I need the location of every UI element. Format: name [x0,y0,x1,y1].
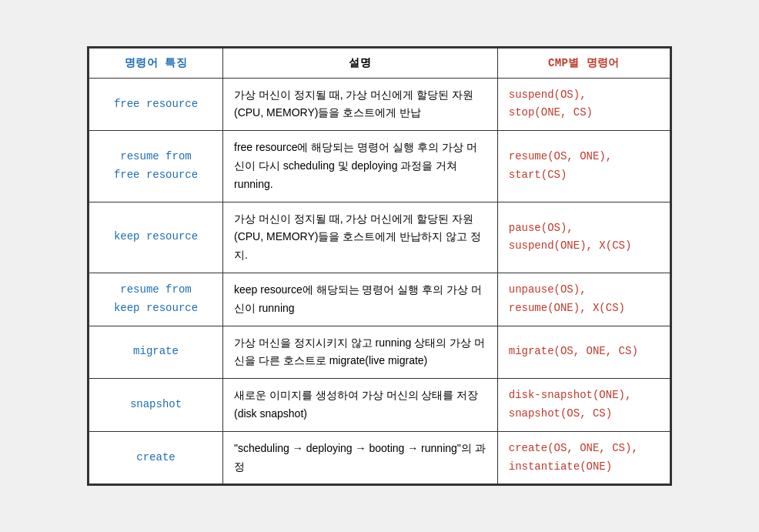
cell-description: 가상 머신을 정지시키지 않고 running 상태의 가상 머신을 다른 호스… [223,326,498,379]
header-description: 설명 [223,48,498,78]
cell-description: free resource에 해당되는 명령어 실행 후의 가상 머신이 다시 … [223,131,498,202]
cell-cmp-command: resume(OS, ONE),start(CS) [497,131,670,202]
table-row: create"scheduling → deploying → booting … [89,431,670,484]
cell-description: 새로운 이미지를 생성하여 가상 머신의 상태를 저장(disk snapsho… [223,379,498,432]
cell-description: "scheduling → deploying → booting → runn… [223,431,498,484]
header-cmp-command: CMP별 명령어 [497,48,670,78]
cell-cmp-command: migrate(OS, ONE, CS) [497,326,670,379]
cell-cmp-command: disk-snapshot(ONE),snapshot(OS, CS) [497,379,670,432]
cell-feature: keep resource [89,202,223,273]
cell-feature: resume fromfree resource [89,131,223,202]
table-row: resume fromkeep resourcekeep resource에 해… [89,273,670,326]
cell-description: 가상 머신이 정지될 때, 가상 머신에게 할당된 자원(CPU, MEMORY… [223,202,498,273]
table-row: snapshot새로운 이미지를 생성하여 가상 머신의 상태를 저장(disk… [89,379,670,432]
cell-cmp-command: create(OS, ONE, CS),instantiate(ONE) [497,431,670,484]
cell-feature: migrate [89,326,223,379]
main-table-container: 명령어 특징 설명 CMP별 명령어 free resource가상 머신이 정… [87,46,672,487]
command-table: 명령어 특징 설명 CMP별 명령어 free resource가상 머신이 정… [89,48,670,485]
header-feature: 명령어 특징 [89,48,223,78]
cell-feature: snapshot [89,379,223,432]
cell-feature: create [89,431,223,484]
table-row: keep resource가상 머신이 정지될 때, 가상 머신에게 할당된 자… [89,202,670,273]
cell-cmp-command: unpause(OS),resume(ONE), X(CS) [497,273,670,326]
table-row: migrate가상 머신을 정지시키지 않고 running 상태의 가상 머신… [89,326,670,379]
cell-feature: free resource [89,78,223,131]
cell-feature: resume fromkeep resource [89,273,223,326]
table-row: free resource가상 머신이 정지될 때, 가상 머신에게 할당된 자… [89,78,670,131]
cell-cmp-command: suspend(OS),stop(ONE, CS) [497,78,670,131]
cell-description: keep resource에 해당되는 명령어 실행 후의 가상 머신이 run… [223,273,498,326]
table-row: resume fromfree resourcefree resource에 해… [89,131,670,202]
cell-description: 가상 머신이 정지될 때, 가상 머신에게 할당된 자원(CPU, MEMORY… [223,78,498,131]
cell-cmp-command: pause(OS),suspend(ONE), X(CS) [497,202,670,273]
